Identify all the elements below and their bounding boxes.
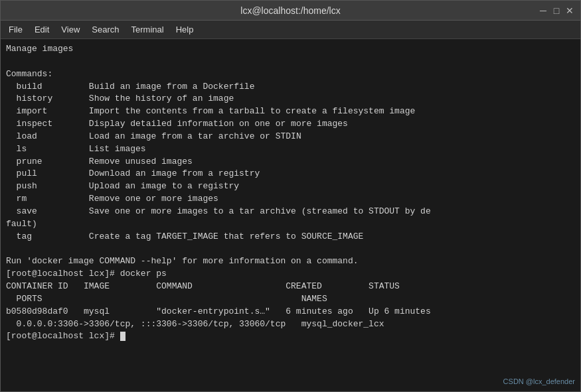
terminal-text: Manage images Commands: build Build an i… [6,43,575,343]
menu-edit[interactable]: Edit [29,23,54,36]
menu-help[interactable]: Help [171,23,199,36]
menu-search[interactable]: Search [86,23,124,36]
cursor [120,332,125,341]
terminal-window: lcx@localhost:/home/lcx ─ □ ✕ File Edit … [0,0,581,392]
watermark: CSDN @lcx_defender [503,377,575,387]
title-bar: lcx@localhost:/home/lcx ─ □ ✕ [1,1,580,21]
minimize-button[interactable]: ─ [538,5,548,16]
terminal-output[interactable]: Manage images Commands: build Build an i… [1,39,580,391]
close-button[interactable]: ✕ [564,5,575,16]
menu-file[interactable]: File [3,23,28,36]
maximize-button[interactable]: □ [551,5,562,16]
menu-terminal[interactable]: Terminal [126,23,169,36]
window-title: lcx@localhost:/home/lcx [240,5,340,16]
menu-view[interactable]: View [56,23,85,36]
menu-bar: File Edit View Search Terminal Help [1,21,580,39]
window-controls: ─ □ ✕ [538,5,575,16]
